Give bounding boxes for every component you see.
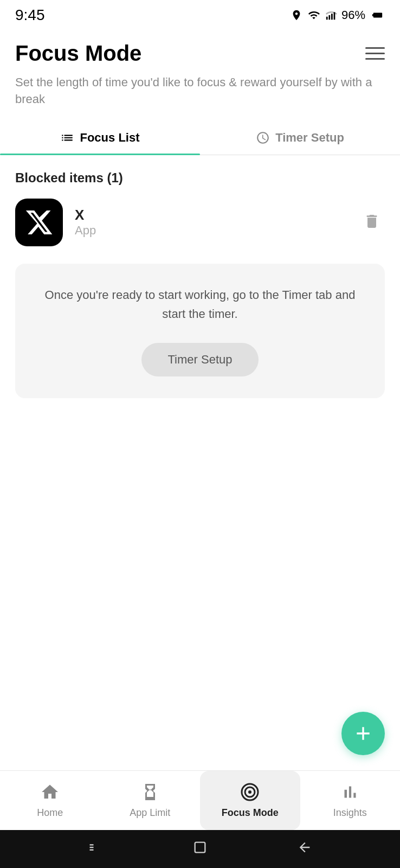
bar-chart-icon <box>340 782 360 804</box>
android-recent-button[interactable] <box>88 840 103 859</box>
svg-rect-13 <box>195 842 205 852</box>
svg-rect-5 <box>373 14 381 16</box>
nav-item-app-limit[interactable]: App Limit <box>100 771 201 830</box>
svg-rect-10 <box>90 844 94 845</box>
tab-timer-setup-label: Timer Setup <box>275 131 344 145</box>
list-icon <box>60 131 74 145</box>
nav-label-app-limit: App Limit <box>130 807 170 819</box>
blocked-items-header: Blocked items (1) <box>15 170 385 186</box>
nav-item-focus-mode[interactable]: Focus Mode <box>200 771 300 830</box>
header: Focus Mode <box>0 28 400 74</box>
page-title: Focus Mode <box>15 41 141 66</box>
svg-rect-12 <box>90 849 94 850</box>
app-info: X App <box>75 207 347 238</box>
svg-rect-2 <box>331 14 333 20</box>
signal-icon <box>325 9 337 21</box>
clock-icon <box>256 131 270 145</box>
hourglass-icon <box>140 782 160 804</box>
status-bar: 9:45 96% <box>0 0 400 28</box>
tab-focus-list[interactable]: Focus List <box>0 121 200 155</box>
svg-rect-3 <box>334 12 336 20</box>
nav-label-focus-mode: Focus Mode <box>222 807 279 819</box>
svg-rect-11 <box>90 846 94 847</box>
tab-bar: Focus List Timer Setup <box>0 121 400 155</box>
android-home-button[interactable] <box>192 840 208 859</box>
main-content: Blocked items (1) X App Once you're read… <box>0 155 400 592</box>
info-card: Once you're ready to start working, go t… <box>15 264 385 398</box>
tab-active-underline <box>0 154 200 155</box>
x-logo-icon <box>24 208 54 237</box>
nav-label-home: Home <box>37 807 63 819</box>
tab-timer-setup[interactable]: Timer Setup <box>200 121 400 155</box>
delete-item-button[interactable] <box>359 208 385 237</box>
add-button[interactable] <box>341 712 385 755</box>
blocked-item-row: X App <box>15 199 385 246</box>
home-icon <box>40 782 60 804</box>
svg-point-9 <box>248 790 251 794</box>
tab-focus-list-label: Focus List <box>80 131 139 145</box>
bottom-nav: Home App Limit Focus Mode Insights <box>0 770 400 830</box>
focus-mode-icon <box>240 782 260 804</box>
wifi-icon <box>307 9 321 21</box>
android-back-button[interactable] <box>297 840 312 859</box>
status-icons: 96% <box>291 8 385 22</box>
android-nav-bar <box>0 830 400 868</box>
app-icon-x <box>15 199 63 246</box>
timer-setup-card-button[interactable]: Timer Setup <box>141 343 258 376</box>
content-spacer <box>0 592 400 770</box>
location-icon <box>291 9 302 21</box>
status-time: 9:45 <box>15 7 45 24</box>
nav-item-home[interactable]: Home <box>0 771 100 830</box>
battery-icon <box>370 9 385 21</box>
nav-item-insights[interactable]: Insights <box>300 771 401 830</box>
nav-label-insights: Insights <box>333 807 367 819</box>
info-card-text: Once you're ready to start working, go t… <box>33 285 367 323</box>
trash-icon <box>363 213 380 230</box>
battery-text: 96% <box>341 8 365 22</box>
svg-rect-0 <box>326 17 328 20</box>
page-subtitle: Set the length of time you'd like to foc… <box>0 74 400 121</box>
svg-rect-6 <box>380 15 382 16</box>
svg-rect-1 <box>328 15 330 20</box>
menu-button[interactable] <box>365 47 385 60</box>
plus-icon <box>352 723 374 744</box>
app-name: X <box>75 207 347 224</box>
app-type: App <box>75 224 347 238</box>
